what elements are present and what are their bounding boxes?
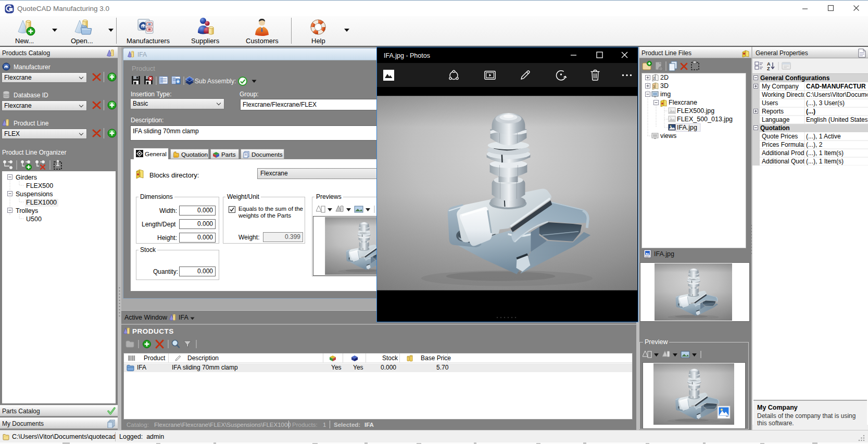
svg-text:U500: U500 bbox=[26, 215, 42, 223]
svg-text:Z: Z bbox=[767, 66, 770, 71]
svg-text:3D: 3D bbox=[660, 82, 669, 90]
svg-text:FLEX_500_013.jpg: FLEX_500_013.jpg bbox=[677, 116, 733, 123]
svg-text:img: img bbox=[660, 91, 671, 98]
svg-text:FLEX1000: FLEX1000 bbox=[26, 199, 57, 206]
svg-text:Flexcrane: Flexcrane bbox=[669, 99, 697, 106]
svg-text:FLEX500.jpg: FLEX500.jpg bbox=[677, 107, 714, 115]
svg-text:Suspensions: Suspensions bbox=[16, 191, 53, 198]
svg-text:views: views bbox=[660, 132, 676, 139]
svg-text:IFA.jpg: IFA.jpg bbox=[677, 124, 697, 131]
svg-text:Trolleys: Trolleys bbox=[16, 207, 38, 214]
svg-text:2: 2 bbox=[653, 77, 655, 80]
svg-text:2D: 2D bbox=[660, 74, 669, 81]
svg-text:3: 3 bbox=[653, 85, 655, 88]
svg-text:Girders: Girders bbox=[16, 174, 37, 181]
svg-text:FLEX500: FLEX500 bbox=[26, 182, 53, 189]
